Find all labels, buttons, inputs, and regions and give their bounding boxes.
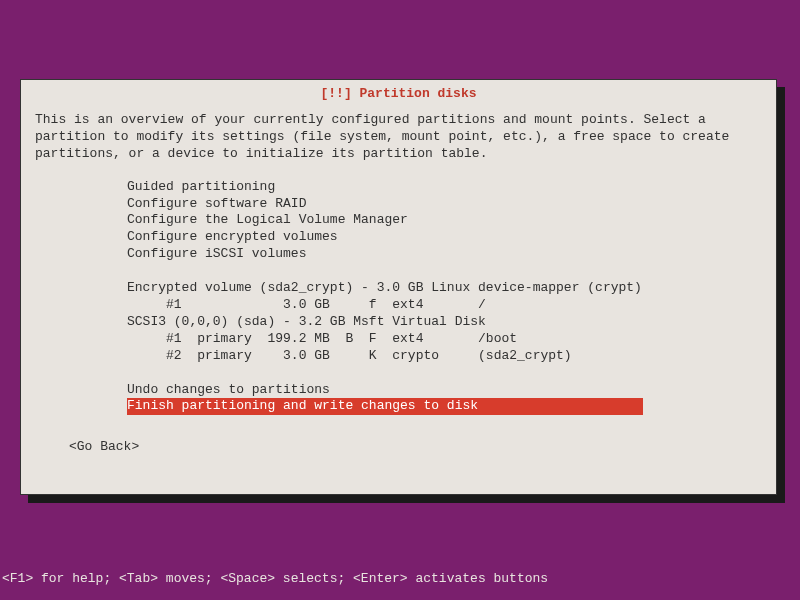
- menu-area: Guided partitioning Configure software R…: [127, 179, 762, 416]
- dialog-title: [!!] Partition disks: [312, 86, 484, 101]
- device-scsi-sda[interactable]: SCSI3 (0,0,0) (sda) - 3.2 GB Msft Virtua…: [127, 314, 762, 331]
- menu-configure-iscsi[interactable]: Configure iSCSI volumes: [127, 246, 762, 263]
- partition-dialog: [!!] Partition disks This is an overview…: [20, 79, 777, 495]
- menu-configure-encrypted[interactable]: Configure encrypted volumes: [127, 229, 762, 246]
- menu-undo-changes[interactable]: Undo changes to partitions: [127, 382, 762, 399]
- menu-configure-raid[interactable]: Configure software RAID: [127, 196, 762, 213]
- menu-guided-partitioning[interactable]: Guided partitioning: [127, 179, 762, 196]
- partition-sda-2[interactable]: #2 primary 3.0 GB K crypto (sda2_crypt): [127, 348, 762, 365]
- partition-sda2crypt-1[interactable]: #1 3.0 GB f ext4 /: [127, 297, 762, 314]
- partition-sda-1[interactable]: #1 primary 199.2 MB B F ext4 /boot: [127, 331, 762, 348]
- spacer: [127, 263, 762, 280]
- menu-finish-partitioning[interactable]: Finish partitioning and write changes to…: [127, 398, 643, 415]
- spacer: [127, 365, 762, 382]
- dialog-intro-text: This is an overview of your currently co…: [35, 112, 762, 163]
- footer-help-text: <F1> for help; <Tab> moves; <Space> sele…: [2, 571, 548, 586]
- menu-configure-lvm[interactable]: Configure the Logical Volume Manager: [127, 212, 762, 229]
- device-encrypted-volume[interactable]: Encrypted volume (sda2_crypt) - 3.0 GB L…: [127, 280, 762, 297]
- go-back-button[interactable]: <Go Back>: [69, 439, 762, 454]
- dialog-title-row: [!!] Partition disks: [35, 86, 762, 102]
